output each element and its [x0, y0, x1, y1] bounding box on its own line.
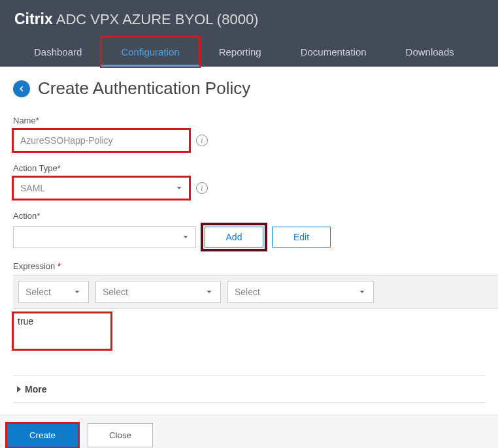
- brand-product: ADC VPX AZURE BYOL (8000): [56, 11, 259, 27]
- triangle-right-icon: [17, 386, 21, 392]
- expression-input[interactable]: [13, 313, 111, 349]
- brand-logo: Citrix: [14, 10, 53, 27]
- action-type-value: SAML: [20, 183, 45, 193]
- name-label: Name*: [13, 116, 485, 125]
- brand-bar: Citrix ADC VPX AZURE BYOL (8000): [14, 10, 484, 37]
- name-input[interactable]: [13, 129, 190, 152]
- info-icon: i: [196, 182, 208, 194]
- back-button[interactable]: [13, 80, 30, 97]
- action-label: Action*: [13, 211, 485, 221]
- chevron-down-icon: [205, 287, 214, 296]
- more-toggle[interactable]: More: [13, 376, 485, 403]
- nav-configuration[interactable]: Configuration: [101, 37, 199, 67]
- action-type-select[interactable]: SAML: [13, 177, 190, 199]
- nav-dashboard[interactable]: Dashboard: [14, 37, 101, 67]
- expression-select-1[interactable]: Select: [18, 281, 89, 303]
- add-button[interactable]: Add: [205, 227, 263, 248]
- edit-button[interactable]: Edit: [272, 227, 331, 248]
- nav-documentation[interactable]: Documentation: [281, 37, 386, 67]
- expression-select-2[interactable]: Select: [95, 281, 221, 303]
- add-highlight: Add: [203, 225, 265, 249]
- create-button[interactable]: Create: [7, 423, 78, 447]
- close-button[interactable]: Close: [88, 423, 153, 447]
- chevron-down-icon: [73, 287, 82, 296]
- main-nav: Dashboard Configuration Reporting Docume…: [14, 37, 484, 67]
- chevron-down-icon: [181, 232, 190, 242]
- page-title: Create Authentication Policy: [38, 78, 250, 99]
- footer-actions: Create Close: [0, 415, 498, 448]
- chevron-down-icon: [357, 287, 367, 296]
- arrow-left-icon: [17, 84, 26, 93]
- expression-label: Expression *: [13, 261, 485, 271]
- action-type-label: Action Type*: [13, 163, 485, 173]
- nav-downloads[interactable]: Downloads: [386, 37, 474, 67]
- expression-select-3[interactable]: Select: [227, 281, 374, 303]
- nav-reporting[interactable]: Reporting: [199, 37, 281, 67]
- info-icon: i: [196, 135, 208, 146]
- chevron-down-icon: [174, 184, 184, 193]
- action-select[interactable]: [13, 226, 196, 248]
- more-label: More: [25, 384, 46, 394]
- expression-toolbar: Select Select Select: [13, 275, 498, 309]
